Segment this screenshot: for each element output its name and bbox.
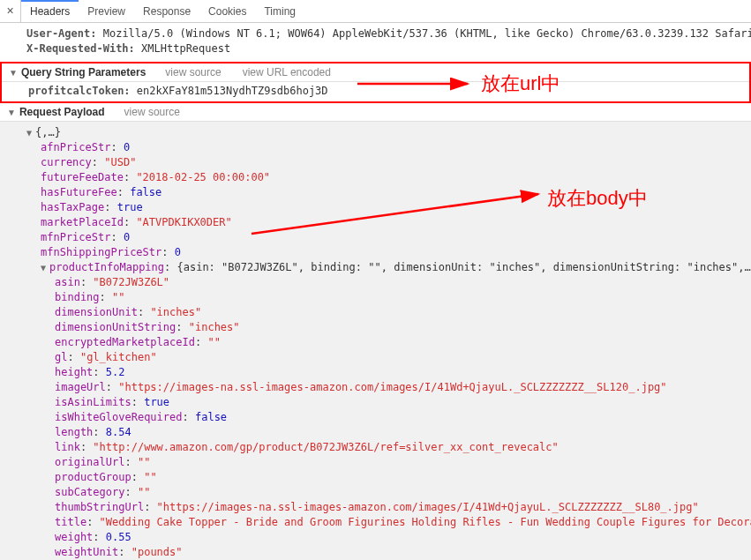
payload-value: "https://images-na.ssl-images-amazon.com… bbox=[157, 501, 699, 513]
payload-value: 0.55 bbox=[106, 531, 131, 543]
triangle-down-icon[interactable]: ▼ bbox=[41, 260, 49, 275]
close-icon[interactable]: × bbox=[0, 0, 21, 22]
payload-value: "" bbox=[138, 456, 150, 468]
triangle-down-icon: ▼ bbox=[9, 68, 18, 78]
payload-value: "Wedding Cake Topper - Bride and Groom F… bbox=[100, 516, 751, 528]
payload-key: encryptedMarketplaceId bbox=[55, 336, 195, 348]
tab-preview[interactable]: Preview bbox=[79, 0, 134, 22]
payload-value: "http://www.amazon.com/gp/product/B072JW… bbox=[93, 441, 558, 453]
devtools-tabs: × Headers Preview Response Cookies Timin… bbox=[0, 0, 751, 23]
payload-key: weightUnit bbox=[55, 546, 118, 558]
xrequested-value: XMLHttpRequest bbox=[141, 42, 230, 55]
payload-value: 0 bbox=[124, 141, 130, 153]
payload-key: binding bbox=[55, 291, 100, 303]
payload-key: hasFutureFee bbox=[41, 186, 117, 198]
payload-value: "inches" bbox=[150, 306, 201, 318]
payload-value: 8.54 bbox=[106, 426, 131, 438]
payload-value: 5.2 bbox=[106, 366, 125, 378]
query-string-section-highlighted: ▼ Query String Parameters view source vi… bbox=[0, 62, 751, 103]
query-param-value: en2kXFaY81m513NydhTZ9sdb6hoj3D bbox=[137, 85, 328, 97]
payload-value: "" bbox=[112, 291, 124, 303]
payload-value: "B072JW3Z6L" bbox=[93, 276, 169, 288]
query-string-body: profitcalcToken: en2kXFaY81m513NydhTZ9sd… bbox=[2, 82, 749, 100]
payload-inline-object: {asin: "B072JW3Z6L", binding: "", dimens… bbox=[177, 261, 752, 273]
payload-key: dimensionUnit bbox=[55, 306, 138, 318]
payload-value: false bbox=[130, 186, 161, 198]
triangle-down-icon[interactable]: ▼ bbox=[26, 125, 35, 140]
payload-key: length bbox=[55, 426, 93, 438]
request-headers-partial: User-Agent: Mozilla/5.0 (Windows NT 6.1;… bbox=[0, 23, 751, 63]
query-string-header[interactable]: ▼ Query String Parameters view source vi… bbox=[2, 63, 749, 82]
payload-value: 0 bbox=[124, 231, 130, 243]
payload-key: productInfoMapping bbox=[49, 261, 164, 273]
payload-key: isWhiteGloveRequired bbox=[55, 411, 183, 423]
payload-key: futureFeeDate bbox=[41, 171, 124, 183]
payload-value: false bbox=[195, 411, 227, 423]
payload-key: afnPriceStr bbox=[41, 141, 110, 153]
annotation-url-label: 放在url中 bbox=[481, 71, 560, 97]
tab-response[interactable]: Response bbox=[134, 0, 199, 22]
payload-key: asin bbox=[55, 276, 80, 288]
payload-key: mfnShippingPriceStr bbox=[41, 246, 161, 258]
triangle-down-icon: ▼ bbox=[7, 108, 16, 117]
payload-key: imageUrl bbox=[55, 381, 106, 393]
payload-value: "https://images-na.ssl-images-amazon.com… bbox=[118, 381, 666, 393]
payload-key: originalUrl bbox=[55, 456, 124, 468]
payload-key: isAsinLimits bbox=[55, 396, 131, 408]
payload-key: productGroup bbox=[55, 471, 131, 483]
payload-key: thumbStringUrl bbox=[55, 501, 144, 513]
query-string-title: Query String Parameters bbox=[21, 66, 146, 78]
view-url-encoded-link[interactable]: view URL encoded bbox=[243, 66, 331, 78]
payload-value: 0 bbox=[175, 246, 181, 258]
payload-key: currency bbox=[41, 156, 92, 168]
tab-cookies[interactable]: Cookies bbox=[199, 0, 255, 22]
view-source-link[interactable]: view source bbox=[124, 106, 180, 118]
payload-key: height bbox=[55, 366, 93, 378]
payload-key: mfnPriceStr bbox=[41, 231, 110, 243]
payload-key: title bbox=[55, 516, 86, 528]
payload-key: subCategory bbox=[55, 486, 124, 498]
payload-value: true bbox=[144, 396, 169, 408]
payload-root: {,…} bbox=[35, 126, 61, 138]
xrequested-key: X-Requested-With: bbox=[26, 42, 135, 55]
payload-value: "" bbox=[138, 486, 150, 498]
payload-key: weight bbox=[55, 531, 93, 543]
payload-key: link bbox=[55, 441, 80, 453]
payload-key: gl bbox=[55, 351, 67, 363]
payload-value: "pounds" bbox=[131, 546, 183, 558]
payload-key: hasTaxPage bbox=[41, 201, 104, 213]
payload-value: "2018-02-25 00:00:00" bbox=[136, 171, 270, 183]
tab-headers[interactable]: Headers bbox=[21, 0, 79, 22]
ua-key: User-Agent: bbox=[26, 27, 96, 40]
annotation-body-label: 放在body中 bbox=[547, 185, 648, 212]
request-payload-header[interactable]: ▼ Request Payload view source bbox=[0, 103, 751, 122]
payload-value: "" bbox=[144, 471, 156, 483]
payload-key: marketPlaceId bbox=[41, 216, 124, 228]
query-param-key: profitcalcToken: bbox=[28, 85, 131, 97]
payload-value: true bbox=[117, 201, 143, 213]
ua-value: Mozilla/5.0 (Windows NT 6.1; WOW64) Appl… bbox=[103, 27, 751, 40]
request-payload-title: Request Payload bbox=[19, 106, 105, 118]
tab-timing[interactable]: Timing bbox=[255, 0, 304, 22]
payload-value: "ATVPDKIKX0DER" bbox=[136, 216, 231, 228]
payload-value: "USD" bbox=[104, 156, 136, 168]
payload-value: "inches" bbox=[189, 321, 240, 333]
payload-key: dimensionUnitString bbox=[55, 321, 176, 333]
view-source-link[interactable]: view source bbox=[165, 66, 221, 78]
payload-value: "gl_kitchen" bbox=[80, 351, 157, 363]
payload-value: "" bbox=[207, 336, 220, 348]
